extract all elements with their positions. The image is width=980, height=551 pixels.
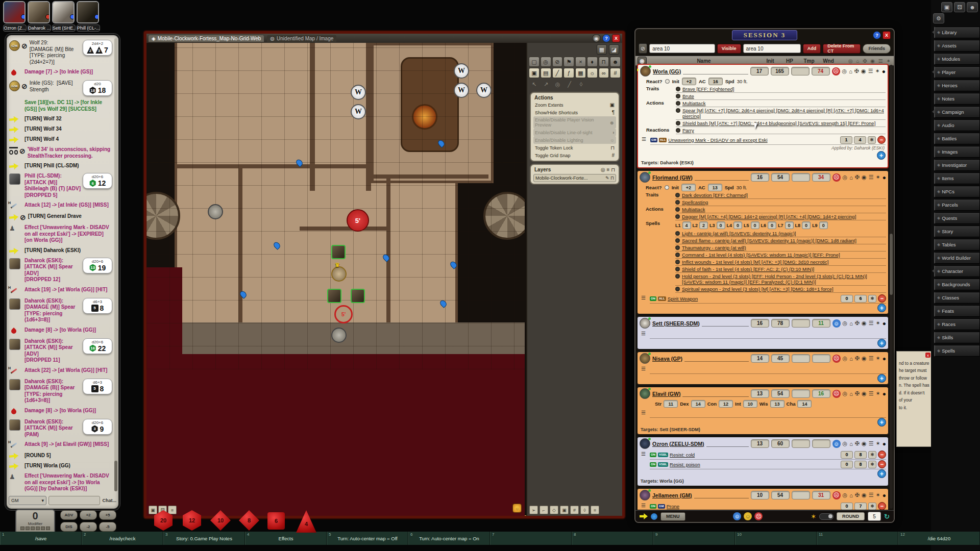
faction-dot-icon[interactable]: ● xyxy=(883,320,886,327)
hotkey-slot[interactable]: 6Turn: Auto-center map = On xyxy=(408,532,490,545)
tracker-entry[interactable]: Florimand (GW)165434☹◎⌂✠◉☰✶●React?Init+2… xyxy=(637,170,889,314)
effect-row[interactable] xyxy=(650,365,886,374)
effects-list-icon[interactable]: ☰ xyxy=(869,355,874,362)
sidebar-item-player[interactable]: ◈Player xyxy=(934,66,980,78)
init-value[interactable]: 16 xyxy=(751,319,769,328)
faction-dot-icon[interactable]: ● xyxy=(883,174,886,181)
combatant-name[interactable]: Florimand (GW) xyxy=(652,174,693,181)
pan-tool-icon[interactable]: ↖ xyxy=(529,79,540,89)
target-tool-icon[interactable]: ◎ xyxy=(541,57,551,67)
hotkey-slot[interactable]: 8 xyxy=(572,532,653,545)
effect-duration[interactable]: 8 xyxy=(854,451,867,459)
chat-identity-select[interactable]: GM▾ xyxy=(9,496,46,505)
sidebar-item-modules[interactable]: ◈Modules xyxy=(934,53,980,65)
party-icon[interactable]: ☻ xyxy=(967,2,978,12)
defense-icon[interactable]: ◉ xyxy=(862,492,867,498)
chat-log[interactable]: GM⊘Wolf 29: [DAMAGE (M)] Bite [TYPE: pie… xyxy=(8,37,113,493)
sidebar-item-classes[interactable]: ◈Classes xyxy=(934,292,980,304)
combatant-name[interactable]: Elavil (GW) xyxy=(652,391,680,397)
faction-dot-icon[interactable]: ● xyxy=(883,355,886,362)
wounds-value[interactable] xyxy=(812,354,830,363)
tracker-close-button[interactable]: X xyxy=(883,31,891,39)
tracker-entry-row[interactable]: Jellameen (GM)105431☹◎⌂✠◉☰✶● xyxy=(640,490,886,500)
round-value[interactable]: 5 xyxy=(868,512,881,521)
tracker-entry[interactable]: Nisaya (GP)1445☹◎⌂✠◉☰✶●☰+ xyxy=(637,352,889,385)
slot-count[interactable]: 0 xyxy=(733,221,742,229)
light-tool-icon[interactable]: ☼ xyxy=(587,68,598,78)
combatant-name[interactable]: Ozron (ZEELU-SDM) xyxy=(652,441,704,447)
wounds-value[interactable]: 11 xyxy=(812,319,830,328)
identity-icon[interactable]: ⌂ xyxy=(849,391,853,397)
effect-mod[interactable]: 1 xyxy=(840,136,852,144)
ability-value[interactable]: 10 xyxy=(743,400,757,408)
layer-lock-icon[interactable]: ✎ ⊓ xyxy=(605,176,614,181)
token-avatar[interactable] xyxy=(640,318,650,329)
hotkey-slot[interactable]: 12/die 64d20 xyxy=(898,532,980,545)
sidebar-item-quests[interactable]: ◈Quests xyxy=(934,212,980,224)
effect-row[interactable]: GMALLUnwavering Mark - DISADV on all exc… xyxy=(650,135,886,145)
effects-list-icon[interactable]: ☰ xyxy=(869,390,874,397)
link-tool-icon[interactable]: ∞ xyxy=(599,68,609,78)
defense-icon[interactable]: ◉ xyxy=(862,390,867,397)
defense-icon[interactable]: ◉ xyxy=(862,355,867,362)
tracker-entry-row[interactable]: Elavil (GW)135416☹◎⌂✠◉☰✶● xyxy=(640,388,886,399)
effect-mod[interactable]: 0 xyxy=(841,461,853,468)
friends-button[interactable]: Friends xyxy=(863,44,891,54)
settings-gear-icon[interactable]: ⚙ xyxy=(933,13,944,23)
row-icons[interactable]: ◎⌂✠◉☰✶● xyxy=(843,440,886,447)
sidebar-item-investigator[interactable]: ◈Investigator xyxy=(934,159,980,171)
identity-icon[interactable]: ⌂ xyxy=(849,68,852,74)
hp-value[interactable]: 54 xyxy=(771,491,790,499)
modifier-button[interactable]: +2 xyxy=(80,510,97,520)
react-checkbox[interactable] xyxy=(665,185,669,190)
tmp-value[interactable] xyxy=(792,439,810,448)
action-entry[interactable]: Shield bash [M] [ATK: +7] [DMG: 2d4+4 bl… xyxy=(676,120,886,127)
effect-mod[interactable]: 0 xyxy=(841,295,853,303)
focus-tool-icon[interactable]: ◎ xyxy=(552,79,563,89)
effect-label[interactable]: Prone xyxy=(667,504,839,509)
spell-entry[interactable]: Shield of faith - 1st level (4 slots) [E… xyxy=(675,266,886,273)
tracker-entry[interactable]: Ozron (ZEELU-SDM)1360☺◎⌂✠◉☰✶●☰ONVSBLResi… xyxy=(637,437,889,486)
init-value[interactable]: 13 xyxy=(751,389,769,398)
sidebar-item-backgrounds[interactable]: ◈Backgrounds xyxy=(934,279,980,290)
npc-token[interactable] xyxy=(208,204,223,219)
action-entry[interactable]: Spear [M] [ATK: +7] [DMG: 2d6+4 piercing… xyxy=(676,107,886,120)
tracker-entry-row[interactable]: Worla (GG)1716574☹◎⌂✠◉☰✶● xyxy=(640,66,886,77)
tmp-value[interactable] xyxy=(792,389,810,398)
map-bottom-toolbar[interactable]: ➢ ⌐ ◇ ▣ # ◊ ≡ xyxy=(529,506,599,514)
add-effect-button[interactable]: + xyxy=(877,304,886,312)
hp-value[interactable]: 54 xyxy=(771,173,790,182)
action-entry[interactable]: Dagger [M] [ATK: +4] [DMG: 1d4+2 piercin… xyxy=(675,213,886,220)
copy-tool-icon[interactable]: ▤ xyxy=(541,68,551,78)
tmp-value[interactable] xyxy=(792,491,810,499)
effect-duration[interactable]: 8 xyxy=(854,461,867,468)
spell-entry[interactable]: Sacred flame - cantrip (at will) [SAVEVS… xyxy=(675,237,886,244)
target-icon[interactable]: ◎ xyxy=(843,440,848,447)
options-wheel-icon[interactable]: ✶ xyxy=(876,440,880,447)
sidebar-item-assets[interactable]: ◈Assets xyxy=(934,40,980,52)
layers-panel-icons[interactable]: ◎ ≡ ⊓ xyxy=(601,167,615,172)
effect-gear-icon[interactable]: ✱ xyxy=(868,295,876,303)
sidebar-item-images[interactable]: ◈Images xyxy=(934,146,980,158)
sidebar-item-character[interactable]: ◈Character xyxy=(934,265,980,277)
tracker-entry-row[interactable]: Florimand (GW)165434☹◎⌂✠◉☰✶● xyxy=(640,172,886,183)
token-lock-icon[interactable]: ⊓ xyxy=(599,57,609,67)
wounds-value[interactable]: 16 xyxy=(812,389,830,398)
effect-label[interactable]: Unwavering Mark - DISADV on all except E… xyxy=(668,137,839,143)
identity-icon[interactable]: ⌂ xyxy=(849,441,853,447)
ac-value[interactable]: 16 xyxy=(708,78,723,85)
sidebar-item-races[interactable]: ◈Races xyxy=(934,318,980,330)
add-effect-button[interactable]: + xyxy=(877,374,886,383)
screenshot-icon[interactable]: ◉ xyxy=(592,34,601,42)
effect-gear-icon[interactable]: ✱ xyxy=(868,451,876,459)
wounded-filter-icon[interactable]: ☺ xyxy=(744,512,752,520)
action-menu-item[interactable]: Toggle Token Lock⊓ xyxy=(533,144,616,152)
dice-tower-icon[interactable]: ⚄ xyxy=(954,2,965,12)
action-menu-item[interactable]: Enable/Disable Lighting☼ xyxy=(533,136,616,144)
spell-entry[interactable]: Command - 1st level (4 slots) [SAVEVS: w… xyxy=(675,252,886,259)
spell-entry[interactable]: Spiritual weapon - 2nd level (3 slots) [… xyxy=(675,286,886,293)
wounds-value[interactable]: 31 xyxy=(812,491,830,499)
action-menu-item[interactable]: Zoom Extents▣ xyxy=(533,101,616,109)
row-icons[interactable]: ◎⌂✠◉☰✶● xyxy=(843,492,886,499)
globe-icon[interactable] xyxy=(651,513,657,520)
